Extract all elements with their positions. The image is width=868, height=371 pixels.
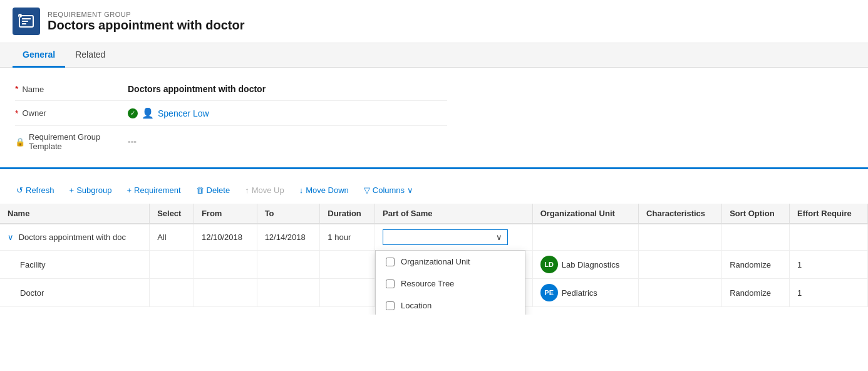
avatar-pe: PE bbox=[540, 284, 558, 301]
cell-org-unit-1: LD Lab Diagnostics bbox=[532, 251, 638, 279]
label-owner: * Owner bbox=[15, 108, 128, 118]
delete-icon: 🗑 bbox=[196, 186, 204, 195]
move-up-icon: ↑ bbox=[245, 186, 249, 195]
cell-from-2 bbox=[194, 279, 257, 307]
value-owner: ✓ 👤 Spencer Low bbox=[128, 107, 447, 119]
cell-org-unit-0 bbox=[532, 224, 638, 251]
org-unit-facility: LD Lab Diagnostics bbox=[540, 256, 631, 273]
cell-to-1 bbox=[257, 251, 320, 279]
table-header-row: Name Select From To Duration Part of Sam… bbox=[0, 204, 868, 224]
col-header-duration: Duration bbox=[320, 204, 375, 224]
form-row-template: 🔒 Requirement Group Template --- bbox=[15, 126, 447, 157]
avatar-ld: LD bbox=[540, 256, 558, 273]
requirement-button[interactable]: + Requirement bbox=[121, 182, 187, 199]
status-check-icon: ✓ bbox=[128, 108, 138, 118]
toolbar: ↺ Refresh + Subgroup + Requirement 🗑 Del… bbox=[0, 177, 868, 204]
checkbox-resource-tree[interactable] bbox=[386, 280, 395, 288]
table-row[interactable]: ∨ Doctors appointment with doc All 12/10… bbox=[0, 224, 868, 251]
person-icon: 👤 bbox=[142, 107, 154, 119]
value-name[interactable]: Doctors appointment with doctor bbox=[128, 84, 447, 94]
chevron-down-icon: ∨ bbox=[496, 233, 502, 242]
cell-sort-option-0 bbox=[722, 224, 790, 251]
cell-to-2 bbox=[257, 279, 320, 307]
col-header-characteristics: Characteristics bbox=[639, 204, 722, 224]
dropdown-option-location[interactable]: Location bbox=[376, 295, 525, 315]
part-of-same-menu: Organizational Unit Resource Tree Locati… bbox=[375, 250, 525, 315]
part-of-same-dropdown[interactable]: ∨ bbox=[383, 229, 508, 245]
cell-effort-require-1: 1 bbox=[790, 251, 868, 279]
cell-to-0: 12/14/2018 bbox=[257, 224, 320, 251]
move-down-icon: ↓ bbox=[299, 186, 304, 195]
checkbox-location[interactable] bbox=[386, 301, 395, 310]
cell-characteristics-2 bbox=[639, 279, 722, 307]
col-header-part-of-same: Part of Same bbox=[375, 204, 533, 224]
cell-characteristics-0 bbox=[639, 224, 722, 251]
cell-org-unit-2: PE Pediatrics bbox=[532, 279, 638, 307]
move-up-button[interactable]: ↑ Move Up bbox=[239, 182, 291, 199]
cell-duration-2 bbox=[320, 279, 375, 307]
owner-row: ✓ 👤 Spencer Low bbox=[128, 107, 447, 119]
requirement-group-icon: i bbox=[18, 13, 35, 30]
columns-button[interactable]: ▽ Columns ∨ bbox=[358, 182, 420, 199]
cell-characteristics-1 bbox=[639, 251, 722, 279]
cell-name-1: Facility bbox=[0, 251, 150, 279]
dropdown-option-org-unit[interactable]: Organizational Unit bbox=[376, 251, 525, 273]
cell-select-0: All bbox=[150, 224, 194, 251]
required-star-owner: * bbox=[15, 108, 18, 118]
cell-duration-0: 1 hour bbox=[320, 224, 375, 251]
subgroup-button[interactable]: + Subgroup bbox=[63, 182, 118, 199]
cell-name-0: ∨ Doctors appointment with doc bbox=[0, 224, 150, 251]
header-icon: i bbox=[13, 8, 40, 35]
col-header-from: From bbox=[194, 204, 257, 224]
col-header-to: To bbox=[257, 204, 320, 224]
col-header-sort-option: Sort Option bbox=[722, 204, 790, 224]
value-template: --- bbox=[128, 137, 447, 147]
cell-effort-require-2: 1 bbox=[790, 279, 868, 307]
tab-general[interactable]: General bbox=[13, 43, 65, 68]
dropdown-option-resource-tree[interactable]: Resource Tree bbox=[376, 273, 525, 295]
tabs-bar: General Related bbox=[0, 43, 868, 68]
checkbox-org-unit[interactable] bbox=[386, 258, 395, 266]
form-section: * Name Doctors appointment with doctor *… bbox=[0, 68, 868, 169]
data-table: Name Select From To Duration Part of Sam… bbox=[0, 204, 868, 307]
label-name: * Name bbox=[15, 84, 128, 94]
tab-related[interactable]: Related bbox=[65, 43, 115, 68]
cell-select-2 bbox=[150, 279, 194, 307]
refresh-button[interactable]: ↺ Refresh bbox=[10, 182, 61, 199]
col-header-select: Select bbox=[150, 204, 194, 224]
cell-select-1 bbox=[150, 251, 194, 279]
expand-icon[interactable]: ∨ bbox=[8, 233, 14, 242]
cell-effort-require-0 bbox=[790, 224, 868, 251]
add-requirement-icon: + bbox=[127, 186, 132, 195]
cell-duration-1 bbox=[320, 251, 375, 279]
part-of-same-header: Part of Same bbox=[383, 209, 525, 218]
header-text-group: REQUIREMENT GROUP Doctors appointment wi… bbox=[48, 11, 244, 33]
filter-icon: ▽ bbox=[364, 186, 370, 195]
label-template: 🔒 Requirement Group Template bbox=[15, 132, 128, 151]
grid-section: ↺ Refresh + Subgroup + Requirement 🗑 Del… bbox=[0, 169, 868, 315]
cell-from-1 bbox=[194, 251, 257, 279]
header-title: Doctors appointment with doctor bbox=[48, 18, 244, 33]
header-category: REQUIREMENT GROUP bbox=[48, 11, 244, 18]
cell-from-0: 12/10/2018 bbox=[194, 224, 257, 251]
cell-name-2: Doctor bbox=[0, 279, 150, 307]
col-header-effort-require: Effort Require bbox=[790, 204, 868, 224]
cell-part-of-same-0[interactable]: ∨ Organizational Unit Resource Tree bbox=[375, 224, 533, 251]
move-down-button[interactable]: ↓ Move Down bbox=[293, 182, 355, 199]
refresh-icon: ↺ bbox=[16, 186, 23, 195]
lock-icon: 🔒 bbox=[15, 137, 25, 147]
org-unit-doctor: PE Pediatrics bbox=[540, 284, 631, 301]
cell-sort-option-1: Randomize bbox=[722, 251, 790, 279]
form-row-owner: * Owner ✓ 👤 Spencer Low bbox=[15, 101, 447, 126]
cell-sort-option-2: Randomize bbox=[722, 279, 790, 307]
owner-name-link[interactable]: Spencer Low bbox=[158, 108, 209, 118]
page-header: i REQUIREMENT GROUP Doctors appointment … bbox=[0, 0, 868, 43]
add-subgroup-icon: + bbox=[70, 186, 75, 195]
col-header-name: Name bbox=[0, 204, 150, 224]
required-star-name: * bbox=[15, 84, 18, 94]
form-row-name: * Name Doctors appointment with doctor bbox=[15, 78, 447, 101]
col-header-org-unit: Organizational Unit bbox=[532, 204, 638, 224]
delete-button[interactable]: 🗑 Delete bbox=[190, 182, 237, 199]
chevron-down-icon: ∨ bbox=[407, 186, 413, 195]
